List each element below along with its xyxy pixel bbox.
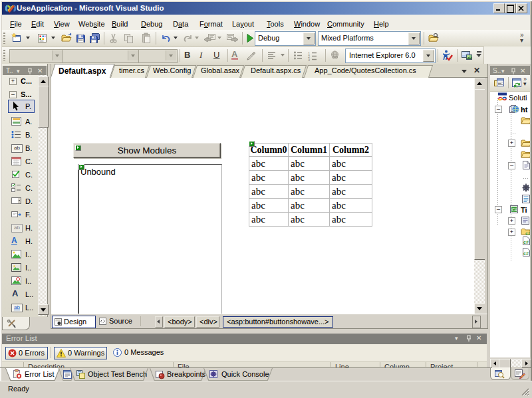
svg-text:c#: c# <box>523 240 529 245</box>
svg-text:c#: c# <box>523 251 529 256</box>
svg-text:c#: c# <box>525 231 530 236</box>
svg-text:3: 3 <box>308 58 310 62</box>
svg-text:C#: C# <box>512 207 518 212</box>
